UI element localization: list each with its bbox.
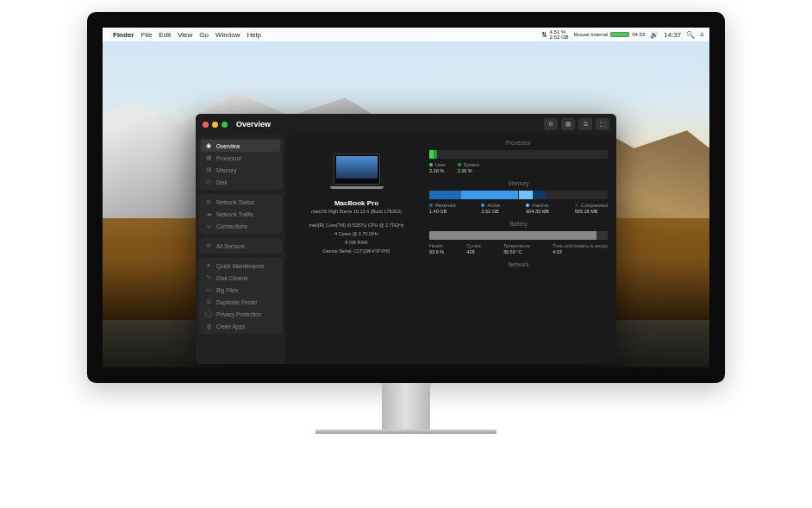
- monitor-frame: Finder FileEditViewGoWindowHelp ⇅ 4.51 %…: [87, 12, 725, 435]
- sidebar-label: All Sensors: [216, 243, 245, 249]
- grid-icon: ▦: [565, 121, 572, 128]
- sidebar-label: Privacy Protection: [216, 311, 261, 317]
- screen: Finder FileEditViewGoWindowHelp ⇅ 4.51 %…: [103, 28, 709, 367]
- cpu-spec: Intel(R) Core(TM) i5-5257U CPU @ 2.70GHz: [309, 223, 403, 228]
- battery-stat: Cycles428: [466, 243, 481, 254]
- menubar-item-help[interactable]: Help: [247, 31, 260, 39]
- sidebar-item-memory[interactable]: ▤Memory: [201, 164, 280, 176]
- sidebar-label: Processor: [216, 155, 241, 161]
- sidebar-label: Big Files: [216, 287, 238, 293]
- toolbar-view2-button[interactable]: ⧉: [578, 118, 592, 130]
- sidebar-label: Network Status: [216, 199, 254, 205]
- sidebar-item-privacy-protection[interactable]: ◯Privacy Protection: [201, 308, 280, 320]
- menu-icon[interactable]: ≡: [700, 31, 704, 39]
- battery-bar: [429, 231, 608, 240]
- minimize-button[interactable]: [212, 122, 218, 128]
- sidebar-item-disk[interactable]: ◴Disk: [201, 176, 280, 188]
- sidebar-label: Clean Apps: [216, 323, 245, 329]
- legend-item: Inactive604.33 MB: [526, 203, 549, 214]
- toolbar-settings-button[interactable]: ⚙: [544, 118, 558, 130]
- menubar-item-edit[interactable]: Edit: [159, 31, 171, 39]
- sidebar-label: Quick Maintenance: [216, 263, 265, 269]
- sidebar-label: Disk: [216, 179, 228, 185]
- search-icon[interactable]: 🔍: [686, 31, 695, 39]
- cores-spec: 4 Cores @ 2.70 GHz: [334, 231, 378, 236]
- sidebar-item-all-sensors[interactable]: ≋All Sensors: [201, 240, 280, 252]
- legend-item: Active2.52 GB: [481, 203, 500, 214]
- link-icon: ∞: [205, 223, 212, 229]
- disk-icon: ◴: [205, 179, 212, 185]
- monitor-base: [315, 430, 497, 434]
- file-icon: ▭: [205, 286, 212, 293]
- sidebar-label: Network Traffic: [216, 211, 253, 217]
- arrows-icon: ⇅: [541, 31, 547, 39]
- sidebar-item-overview[interactable]: ◉Overview: [201, 140, 280, 152]
- sidebar-item-processor[interactable]: ▦Processor: [201, 152, 280, 164]
- dup-icon: ⧉: [205, 298, 212, 305]
- net-icon: ⊕: [205, 198, 212, 205]
- sensor-icon: ≋: [205, 242, 212, 249]
- mem-icon: ▤: [205, 166, 212, 173]
- sidebar-item-network-status[interactable]: ⊕Network Status: [201, 196, 280, 208]
- device-image: [334, 154, 380, 185]
- app-window: Overview ⚙ ▦ ⧉ ⛶ ◉Overview▦Processor▤Mem…: [196, 114, 616, 364]
- cloud-icon: ☁: [205, 210, 212, 217]
- menubar-item-go[interactable]: Go: [199, 31, 209, 39]
- monitor-bezel: Finder FileEditViewGoWindowHelp ⇅ 4.51 %…: [87, 12, 725, 383]
- battery-stat: Time until battery is empty4:33: [553, 243, 608, 254]
- memory-bar: [429, 191, 608, 199]
- sidebar-item-quick-maintenance[interactable]: ✦Quick Maintenance: [201, 260, 280, 272]
- monitor-stand: [382, 383, 430, 430]
- sidebar-item-network-traffic[interactable]: ☁Network Traffic: [201, 208, 280, 220]
- network-section: Network: [429, 261, 608, 272]
- battery-section: Battery Health93.6 %Cycles428Temperature…: [429, 221, 608, 254]
- brush-icon: ✎: [205, 274, 212, 281]
- copy-icon: ⧉: [584, 121, 588, 128]
- titlebar: Overview ⚙ ▦ ⧉ ⛶: [196, 114, 616, 135]
- battery-stat: Health93.6 %: [429, 243, 444, 254]
- processor-section: Processor User2.26 %System2.26 %: [429, 140, 608, 173]
- menubar: Finder FileEditViewGoWindowHelp ⇅ 4.51 %…: [103, 28, 709, 41]
- expand-icon: ⛶: [600, 122, 606, 128]
- sidebar-item-clean-apps[interactable]: 🗑Clean Apps: [201, 320, 280, 332]
- sidebar: ◉Overview▦Processor▤Memory◴Disk ⊕Network…: [196, 135, 285, 364]
- legend-item: System2.26 %: [458, 162, 479, 173]
- toolbar-view3-button[interactable]: ⛶: [596, 118, 609, 130]
- menubar-stats[interactable]: ⇅ 4.51 % 2.52 GB: [541, 29, 569, 40]
- wrench-icon: ✦: [205, 262, 212, 269]
- device-model: MacBook Pro: [334, 199, 378, 207]
- menubar-item-view[interactable]: View: [178, 31, 192, 39]
- processor-bar: [429, 150, 608, 159]
- volume-icon[interactable]: 🔊: [650, 31, 659, 39]
- serial-spec: Device Serial: C17Q9K4YFVH3: [323, 248, 390, 254]
- sidebar-label: Memory: [216, 167, 236, 173]
- legend-item: User2.26 %: [429, 162, 446, 173]
- ram-spec: 8 GB RAM: [345, 240, 367, 245]
- system-info-panel: MacBook Pro macOS High Sierra 10.13.4 (B…: [294, 140, 419, 359]
- close-button[interactable]: [203, 122, 209, 128]
- menubar-item-file[interactable]: File: [141, 31, 152, 39]
- sidebar-item-duplicate-finder[interactable]: ⧉Duplicate Finder: [201, 296, 280, 308]
- menubar-app[interactable]: Finder: [113, 31, 134, 39]
- menubar-clock[interactable]: 14:37: [664, 31, 681, 39]
- window-title: Overview: [236, 120, 271, 129]
- legend-item: Reserved1.40 GB: [429, 203, 456, 214]
- cpu-icon: ▦: [205, 154, 212, 161]
- toolbar-view1-button[interactable]: ▦: [561, 118, 575, 130]
- legend-item: Compressed555.18 MB: [575, 203, 608, 214]
- menubar-mouse[interactable]: Mouse Internal 04:33: [574, 32, 646, 37]
- battery-stat: Temperature30.50 °C: [503, 243, 530, 254]
- shield-icon: ◯: [205, 310, 212, 317]
- sidebar-item-connections[interactable]: ∞Connections: [201, 220, 280, 232]
- gauge-icon: ◉: [205, 142, 212, 149]
- sidebar-item-big-files[interactable]: ▭Big Files: [201, 284, 280, 296]
- sidebar-item-disk-cleaner[interactable]: ✎Disk Cleaner: [201, 272, 280, 284]
- zoom-button[interactable]: [222, 122, 228, 128]
- os-version: macOS High Sierra 10.13.4 (Build 17E202): [311, 209, 402, 214]
- sidebar-label: Connections: [216, 223, 247, 229]
- gear-icon: ⚙: [548, 121, 553, 128]
- trash-icon: 🗑: [205, 323, 212, 329]
- sidebar-label: Duplicate Finder: [216, 299, 257, 305]
- sidebar-label: Overview: [216, 143, 240, 149]
- menubar-item-window[interactable]: Window: [215, 31, 240, 39]
